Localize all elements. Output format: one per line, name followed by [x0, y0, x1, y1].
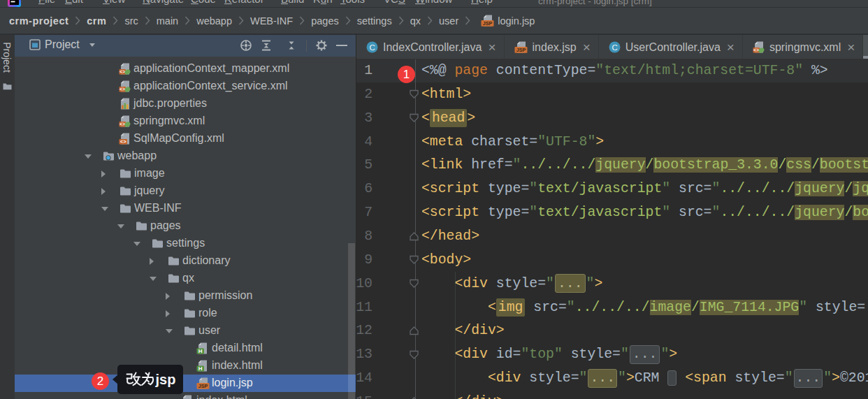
svg-text:C: C	[612, 43, 617, 52]
svg-text:<>: <>	[120, 87, 125, 92]
svg-text:H: H	[198, 365, 203, 372]
svg-text:<>: <>	[753, 48, 759, 53]
svg-text:JSP: JSP	[483, 20, 493, 27]
svg-text:JSP: JSP	[198, 383, 208, 389]
svg-text:<>: <>	[120, 69, 125, 75]
svg-text:<>: <>	[120, 139, 127, 145]
svg-text:H: H	[198, 348, 203, 354]
svg-text:JSP: JSP	[516, 47, 526, 53]
svg-text:C: C	[369, 43, 375, 52]
svg-text:<>: <>	[120, 122, 125, 127]
